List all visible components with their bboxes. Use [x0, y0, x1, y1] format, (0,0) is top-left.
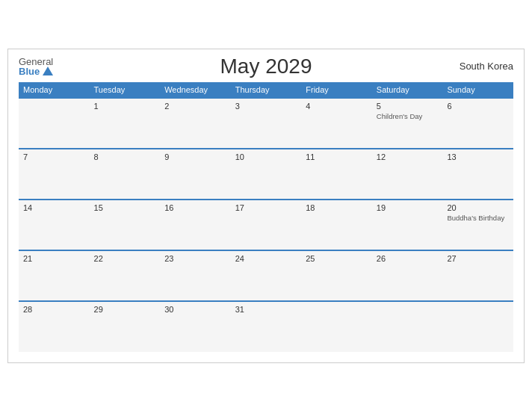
day-cell: 13 — [442, 149, 513, 200]
logo-blue-text: Blue — [19, 67, 53, 76]
day-number: 2 — [164, 102, 226, 111]
day-number: 6 — [447, 102, 509, 111]
logo-triangle-icon — [43, 67, 53, 75]
day-cell: 31 — [231, 301, 302, 352]
calendar-wrapper: General Blue May 2029 South Korea Monday… — [7, 49, 525, 363]
day-cell: 10 — [231, 149, 302, 200]
day-cell: 19 — [372, 200, 443, 250]
day-cell: 22 — [90, 250, 161, 301]
calendar-header: General Blue May 2029 South Korea — [19, 57, 513, 76]
day-number: 28 — [23, 305, 85, 314]
day-header-wednesday: Wednesday — [160, 82, 231, 98]
day-number: 5 — [377, 102, 439, 111]
week-row-1: 12345Children's Day6 — [19, 98, 513, 149]
day-cell: 18 — [301, 200, 372, 250]
day-cell: 25 — [301, 250, 372, 301]
day-cell: 7 — [19, 149, 90, 200]
day-number: 19 — [377, 203, 439, 212]
day-cell: 16 — [160, 200, 231, 250]
day-cell: 14 — [19, 200, 90, 250]
day-header-monday: Monday — [19, 82, 90, 98]
day-number: 24 — [235, 254, 297, 263]
day-number: 31 — [235, 305, 297, 314]
day-number: 18 — [306, 203, 368, 212]
day-number: 17 — [235, 203, 297, 212]
day-cell: 3 — [231, 98, 302, 149]
day-number: 26 — [377, 254, 439, 263]
holiday-label: Buddha's Birthday — [447, 214, 509, 222]
day-number: 15 — [94, 203, 156, 212]
logo: General Blue — [19, 57, 53, 76]
day-cell: 8 — [90, 149, 161, 200]
day-cell: 17 — [231, 200, 302, 250]
day-header-saturday: Saturday — [372, 82, 443, 98]
day-cell — [301, 301, 372, 352]
day-number: 13 — [447, 152, 509, 161]
day-cell: 15 — [90, 200, 161, 250]
day-number: 8 — [94, 152, 156, 161]
day-number: 3 — [235, 102, 297, 111]
day-number: 21 — [23, 254, 85, 263]
week-row-3: 14151617181920Buddha's Birthday — [19, 200, 513, 250]
day-cell: 5Children's Day — [372, 98, 443, 149]
day-number: 25 — [306, 254, 368, 263]
day-cell: 6 — [442, 98, 513, 149]
logo-general-text: General — [19, 57, 53, 67]
week-row-4: 21222324252627 — [19, 250, 513, 301]
day-cell: 9 — [160, 149, 231, 200]
day-cell: 29 — [90, 301, 161, 352]
day-number: 7 — [23, 152, 85, 161]
day-number: 27 — [447, 254, 509, 263]
day-number: 12 — [377, 152, 439, 161]
day-number: 10 — [235, 152, 297, 161]
day-cell — [19, 98, 90, 149]
country-label: South Korea — [460, 61, 513, 72]
day-cell: 1 — [90, 98, 161, 149]
day-number: 9 — [164, 152, 226, 161]
calendar-table: MondayTuesdayWednesdayThursdayFridaySatu… — [19, 82, 513, 352]
week-row-2: 78910111213 — [19, 149, 513, 200]
day-cell: 23 — [160, 250, 231, 301]
day-header-thursday: Thursday — [231, 82, 302, 98]
month-title: May 2029 — [220, 55, 312, 78]
day-cell: 30 — [160, 301, 231, 352]
day-number: 22 — [94, 254, 156, 263]
day-cell: 28 — [19, 301, 90, 352]
days-header-row: MondayTuesdayWednesdayThursdayFridaySatu… — [19, 82, 513, 98]
day-cell: 12 — [372, 149, 443, 200]
holiday-label: Children's Day — [377, 112, 439, 120]
day-cell: 21 — [19, 250, 90, 301]
day-header-sunday: Sunday — [442, 82, 513, 98]
day-cell: 27 — [442, 250, 513, 301]
day-header-tuesday: Tuesday — [90, 82, 161, 98]
day-cell: 26 — [372, 250, 443, 301]
day-number: 30 — [164, 305, 226, 314]
day-number: 4 — [306, 102, 368, 111]
day-number: 23 — [164, 254, 226, 263]
day-number: 20 — [447, 203, 509, 212]
day-number: 16 — [164, 203, 226, 212]
day-cell: 2 — [160, 98, 231, 149]
day-header-friday: Friday — [301, 82, 372, 98]
day-cell — [442, 301, 513, 352]
day-number: 14 — [23, 203, 85, 212]
day-cell — [372, 301, 443, 352]
day-number: 29 — [94, 305, 156, 314]
day-cell: 24 — [231, 250, 302, 301]
day-cell: 11 — [301, 149, 372, 200]
day-cell: 4 — [301, 98, 372, 149]
day-number: 11 — [306, 152, 368, 161]
day-number: 1 — [94, 102, 156, 111]
day-cell: 20Buddha's Birthday — [442, 200, 513, 250]
week-row-5: 28293031 — [19, 301, 513, 352]
